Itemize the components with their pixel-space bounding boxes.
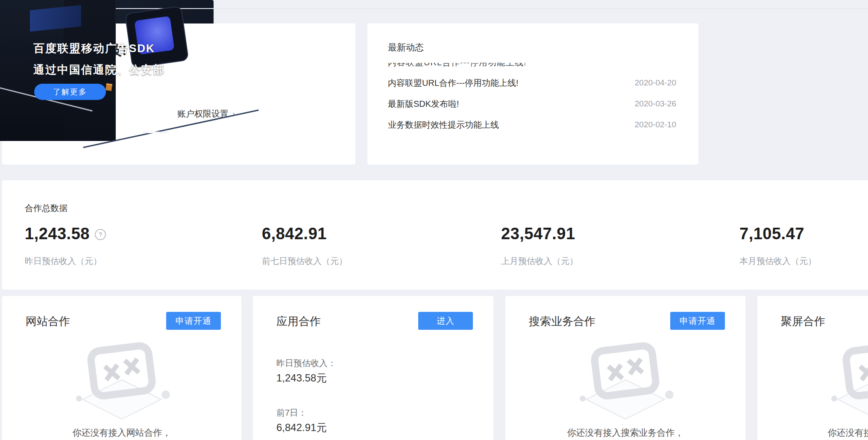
news-item[interactable]: 内容联盟URL合作---停用功能上线! 2020-04-20 bbox=[388, 77, 676, 90]
stat-label: 昨日预估收入（元） bbox=[25, 255, 102, 267]
empty-state-tv-illustration bbox=[574, 340, 677, 422]
stat-lastmonth-revenue: 23,547.91 上月预估收入（元） bbox=[501, 225, 702, 243]
revenue-row-label: 前7日： bbox=[276, 407, 307, 419]
app-cooperation-card: 应用合作 进入 昨日预估收入： 1,243.58元 前7日： 6,842.91元 bbox=[253, 296, 493, 440]
empty-state-tv-illustration bbox=[826, 340, 868, 422]
stats-card-title: 合作总数据 bbox=[25, 202, 67, 214]
empty-state-text: 你还没有接入网站合作， bbox=[2, 427, 241, 439]
total-cooperation-data-card: 合作总数据 1,243.58? 昨日预估收入（元） 6,842.91 前七日预估… bbox=[2, 180, 868, 290]
stat-label: 本月预估收入（元） bbox=[739, 255, 816, 267]
news-item-text[interactable]: 最新版SDK发布啦! bbox=[388, 98, 459, 110]
enter-button[interactable]: 进入 bbox=[418, 312, 473, 330]
banner-art-gold-cube bbox=[106, 83, 112, 91]
banner-headline-line1: 百度联盟移动广告SDK bbox=[33, 41, 155, 56]
stat-last7days-revenue: 6,842.91 前七日预估收入（元） bbox=[262, 225, 463, 243]
stat-value: 1,243.58 bbox=[25, 225, 90, 243]
help-question-icon[interactable]: ? bbox=[95, 229, 106, 240]
empty-state-text: 你还没有接入聚屏合作， bbox=[757, 427, 868, 439]
card-title: 应用合作 bbox=[276, 314, 321, 329]
stat-label: 上月预估收入（元） bbox=[501, 255, 578, 267]
empty-state-text: 你还没有接入搜索业务合作， bbox=[505, 427, 745, 439]
card-title: 聚屏合作 bbox=[781, 314, 825, 329]
card-title: 搜索业务合作 bbox=[529, 314, 595, 329]
stat-label: 前七日预估收入（元） bbox=[262, 255, 347, 267]
account-permission-label: 账户权限设置 bbox=[177, 109, 229, 118]
juping-cooperation-card: 聚屏合作 你还没有接入聚屏合作， bbox=[757, 296, 868, 440]
empty-state-tv-illustration bbox=[70, 340, 173, 422]
news-card-title: 最新动态 bbox=[388, 41, 424, 53]
stat-value: 6,842.91 bbox=[262, 225, 327, 243]
stat-thismonth-revenue: 7,105.47 本月预估收入（元） bbox=[739, 225, 868, 243]
news-item-date: 2020-02-10 bbox=[635, 120, 676, 129]
revenue-row-value: 6,842.91元 bbox=[276, 421, 326, 434]
banner-art-phone bbox=[125, 6, 189, 68]
news-item[interactable]: 最新版SDK发布啦! 2020-03-26 bbox=[388, 98, 676, 111]
apply-open-button[interactable]: 申请开通 bbox=[166, 312, 221, 330]
carousel-indicator[interactable] bbox=[143, 132, 168, 133]
news-item-text[interactable]: 内容联盟URL合作---停用功能上线! bbox=[388, 77, 519, 89]
stat-yesterday-revenue: 1,243.58? 昨日预估收入（元） bbox=[25, 225, 226, 243]
learn-more-button[interactable]: 了解更多 bbox=[34, 84, 106, 100]
card-title: 网站合作 bbox=[26, 314, 70, 329]
news-item-text[interactable]: 业务数据时效性提示功能上线 bbox=[388, 119, 499, 131]
topbar-divider-line bbox=[80, 8, 868, 9]
apply-open-button[interactable]: 申请开通 bbox=[670, 312, 725, 330]
news-item-date: 2020-03-26 bbox=[635, 99, 676, 109]
stat-value: 7,105.47 bbox=[739, 225, 804, 243]
search-cooperation-card: 搜索业务合作 申请开通 你还没有接入搜索业务合作， bbox=[505, 296, 745, 440]
chevron-right-icon: › bbox=[232, 109, 235, 118]
news-item-date: 2020-04-20 bbox=[635, 78, 676, 88]
revenue-row-value: 1,243.58元 bbox=[276, 371, 326, 385]
news-item[interactable]: 业务数据时效性提示功能上线 2020-02-10 bbox=[388, 119, 676, 132]
news-item-partially-scrolled: 内容联盟URL合作---停用功能上线! bbox=[388, 63, 653, 68]
latest-news-card: 最新动态 内容联盟URL合作---停用功能上线! 内容联盟URL合作---停用功… bbox=[367, 23, 698, 164]
account-permission-link[interactable]: 账户权限设置› bbox=[177, 108, 235, 120]
revenue-row-label: 昨日预估收入： bbox=[276, 358, 336, 369]
stat-value: 23,547.91 bbox=[501, 225, 575, 243]
banner-headline-line2: 通过中国信通院、公安部 bbox=[33, 62, 165, 77]
website-cooperation-card: 网站合作 申请开通 你还没有接入网站合作， bbox=[2, 296, 241, 440]
